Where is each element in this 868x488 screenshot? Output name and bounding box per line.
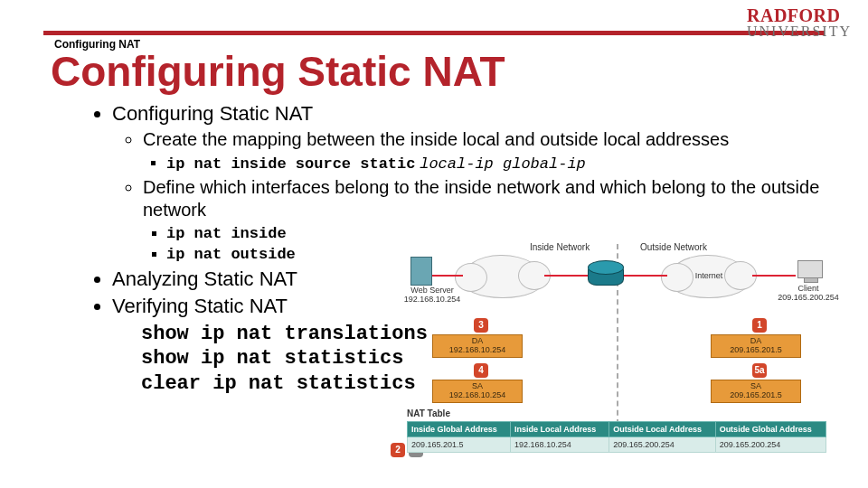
nat-router-icon (588, 264, 624, 286)
step-2-badge: 2 (391, 443, 405, 457)
brand-logo-line2: UNIVERSITY (747, 24, 852, 38)
cmd-nat-inside: ip nat inside (166, 224, 832, 244)
step-3-badge: 3 (474, 318, 488, 333)
cmd-static-map-args: local-ip global-ip (420, 155, 586, 173)
tag-da-inside-label: DA (433, 336, 522, 345)
bullet-define-interfaces: Define which interfaces belong to the in… (143, 176, 832, 222)
label-outside-network: Outside Network (640, 242, 707, 252)
step-4-badge: 4 (474, 363, 488, 378)
nat-topology-diagram: Inside Network Outside Network Web Serve… (407, 244, 841, 479)
tag-sa-outside-label: SA (712, 381, 800, 390)
client-label: Client 209.165.200.254 (772, 284, 844, 302)
nat-th-outside-global: Outside Global Address (715, 422, 826, 437)
accent-rule (43, 31, 825, 35)
nat-cell-inside-local: 192.168.10.254 (511, 437, 609, 453)
nat-row: 209.165.201.5 192.168.10.254 209.165.200… (408, 437, 826, 453)
bullet-section-configuring: Configuring Static NAT (112, 101, 832, 127)
client-name: Client (772, 284, 844, 293)
nat-th-outside-local: Outside Local Address (609, 422, 715, 437)
link-internet-client (752, 275, 796, 277)
tag-sa-inside-ip: 192.168.10.254 (433, 390, 522, 399)
web-server-ip: 192.168.10.254 (396, 295, 468, 304)
tag-sa-outside: SA 209.165.201.5 (711, 380, 801, 403)
tag-da-outside: DA 209.165.201.5 (711, 334, 801, 358)
tag-sa-outside-ip: 209.165.201.5 (712, 390, 800, 399)
slide-title: Configuring Static NAT (51, 47, 505, 96)
web-server-icon (410, 257, 432, 286)
nat-th-inside-local: Inside Local Address (511, 422, 609, 437)
tag-da-inside: DA 192.168.10.254 (432, 334, 523, 358)
bullet-create-mapping: Create the mapping between the inside lo… (143, 128, 832, 152)
inside-cloud-icon (461, 255, 544, 298)
tag-sa-inside-label: SA (433, 381, 522, 390)
link-server-cloud (432, 275, 463, 277)
link-router-internet (624, 275, 667, 277)
brand-logo: RADFORD UNIVERSITY (747, 7, 852, 38)
client-pc-icon (797, 260, 823, 278)
label-inside-network: Inside Network (530, 242, 590, 252)
client-ip: 209.165.200.254 (772, 293, 844, 302)
nat-cell-outside-global: 209.165.200.254 (715, 437, 826, 453)
nat-table: Inside Global Address Inside Local Addre… (407, 421, 826, 453)
cmd-static-map-kw: ip nat inside source static (166, 155, 415, 173)
step-1-badge: 1 (752, 318, 767, 333)
cmd-static-map: ip nat inside source static local-ip glo… (166, 154, 832, 174)
nat-cell-inside-global: 209.165.201.5 (408, 437, 511, 453)
tag-da-inside-ip: 192.168.10.254 (433, 345, 522, 354)
tag-da-outside-label: DA (712, 336, 800, 345)
web-server-name: Web Server (396, 286, 468, 295)
brand-logo-line1: RADFORD (747, 7, 852, 24)
web-server-label: Web Server 192.168.10.254 (396, 286, 468, 304)
internet-label: Internet (684, 271, 734, 280)
nat-table-caption: NAT Table (407, 408, 450, 418)
tag-da-outside-ip: 209.165.201.5 (712, 345, 800, 354)
link-cloud-router (544, 275, 588, 277)
nat-cell-outside-local: 209.165.200.254 (609, 437, 715, 453)
nat-th-inside-global: Inside Global Address (408, 422, 511, 437)
step-5a-badge: 5a (752, 363, 767, 378)
tag-sa-inside: SA 192.168.10.254 (432, 380, 523, 403)
